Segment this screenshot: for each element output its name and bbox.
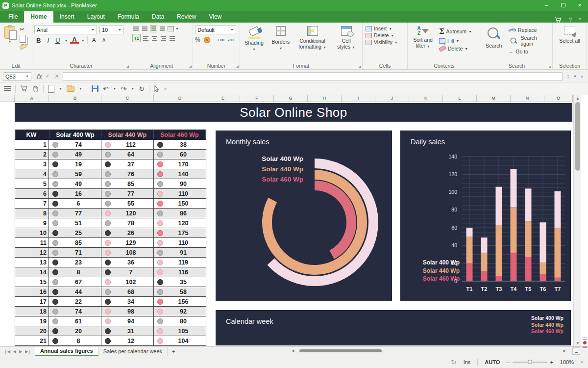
insert-cells-button[interactable]: Insert▼	[365, 25, 405, 32]
percent-format-button[interactable]: %	[195, 36, 200, 43]
open-document-caret[interactable]: ▼	[79, 87, 82, 90]
menu-tab-formula[interactable]: Formula	[111, 11, 146, 23]
s400-cell[interactable]: 44	[49, 287, 101, 296]
kw-cell[interactable]: 9	[15, 218, 49, 228]
zoom-knob[interactable]	[528, 360, 532, 364]
shop-cart-icon[interactable]	[554, 17, 562, 23]
table-row[interactable]: 95178120	[15, 218, 206, 228]
column-header-C[interactable]: C	[101, 95, 154, 102]
underline-button[interactable]: U	[53, 37, 62, 44]
number-dialog-launcher[interactable]	[236, 65, 239, 68]
kw-cell[interactable]: 11	[15, 238, 49, 247]
s460-cell[interactable]: 110	[154, 238, 206, 247]
s400-cell[interactable]: 74	[49, 140, 101, 149]
s460-cell[interactable]: 80	[154, 316, 206, 326]
s440-cell[interactable]: 112	[101, 140, 154, 149]
selection-mode-corner-button[interactable]	[572, 347, 580, 355]
kw-cell[interactable]: 20	[15, 326, 49, 336]
sync-icon[interactable]: ↻	[451, 359, 457, 366]
table-row[interactable]: 61677110	[15, 189, 206, 199]
column-header-H[interactable]: H	[308, 95, 342, 102]
kw-cell[interactable]: 7	[15, 199, 49, 208]
s400-cell[interactable]: 49	[49, 150, 101, 159]
s400-cell[interactable]: 85	[49, 238, 101, 247]
fill-button[interactable]: Fill▼	[438, 37, 473, 44]
zoom-out-button[interactable]: –	[507, 359, 510, 365]
open-document-button[interactable]	[67, 86, 74, 92]
undo-button[interactable]: ↶	[103, 85, 109, 92]
shading-button[interactable]: Shading ▼	[242, 25, 266, 61]
s440-cell[interactable]: 7	[101, 267, 154, 277]
s440-cell[interactable]: 34	[101, 297, 154, 306]
autosum-button[interactable]: ΣAutosum▼	[438, 26, 473, 36]
s440-cell[interactable]: 31	[101, 326, 154, 336]
table-row[interactable]: 31937170	[15, 159, 206, 169]
font-color-caret[interactable]: ▼	[81, 39, 85, 42]
zoom-in-button[interactable]: +	[550, 359, 553, 365]
collapse-ribbon-icon[interactable]: ^	[579, 17, 581, 23]
s400-cell[interactable]: 19	[49, 159, 101, 169]
cell-styles-button[interactable]: Cell styles ▼	[332, 25, 360, 61]
menu-tab-layout[interactable]: Layout	[81, 11, 111, 23]
horizontal-scroll-thumb[interactable]	[299, 349, 382, 352]
sheet-tab-sales-per-calendar-week[interactable]: Sales per calendar week	[98, 347, 168, 356]
s440-cell[interactable]: 85	[101, 179, 154, 188]
s440-cell[interactable]: 64	[101, 150, 154, 159]
redo-button[interactable]: ↷	[121, 85, 127, 92]
cancel-entry-button[interactable]: ✕	[53, 73, 60, 79]
s400-cell[interactable]: 51	[49, 218, 101, 228]
s400-cell[interactable]: 20	[49, 326, 101, 336]
cut-icon[interactable]: ✂	[20, 26, 26, 33]
repeat-button[interactable]: ↻	[139, 85, 145, 92]
horizontal-scrollbar[interactable]: ◀ ▶	[290, 348, 567, 354]
zoom-slider[interactable]: – +	[507, 359, 553, 365]
justify-vertical-icon[interactable]	[159, 26, 166, 32]
copy-icon[interactable]	[20, 35, 26, 43]
s460-cell[interactable]: 35	[154, 277, 206, 287]
s460-cell[interactable]: 104	[154, 336, 206, 345]
s440-cell[interactable]: 129	[101, 238, 154, 247]
column-header-B[interactable]: B	[49, 95, 101, 102]
s440-cell[interactable]: 94	[101, 316, 154, 326]
shrink-font-button[interactable]: A	[100, 38, 108, 43]
close-button[interactable]: ×	[571, 2, 588, 9]
table-row[interactable]: 1185129110	[15, 238, 206, 248]
table-row[interactable]: 16446858	[15, 287, 206, 297]
column-header-E[interactable]: E	[206, 95, 240, 102]
minimize-button[interactable]: –	[538, 2, 555, 9]
alignment-dialog-launcher[interactable]	[189, 65, 192, 68]
s440-cell[interactable]: 102	[101, 277, 154, 287]
vertical-scrollbar[interactable]: ▲ ▼	[573, 95, 581, 346]
record-indicator-icon[interactable]	[583, 341, 587, 344]
s400-cell[interactable]: 49	[49, 179, 101, 188]
column-header-A[interactable]: A	[15, 95, 49, 102]
kw-cell[interactable]: 14	[15, 267, 49, 277]
visibility-button[interactable]: Visibility▼	[365, 39, 405, 46]
s460-cell[interactable]: 91	[154, 248, 206, 257]
cell-reference-box[interactable]: Q53▼	[3, 72, 31, 81]
vertical-scroll-thumb[interactable]	[575, 102, 580, 171]
redo-caret[interactable]: ▼	[131, 87, 134, 90]
search-button[interactable]: Search	[483, 25, 504, 61]
borders-button[interactable]: Borders ▼	[269, 25, 293, 61]
table-row[interactable]: 18749892	[15, 307, 206, 316]
select-all-button[interactable]: Select all	[555, 25, 585, 45]
font-color-button[interactable]: A	[70, 37, 78, 44]
column-header-N[interactable]: N	[511, 95, 544, 102]
table-row[interactable]: 19619480	[15, 316, 206, 326]
kw-cell[interactable]: 17	[15, 297, 49, 306]
s460-cell[interactable]: 170	[154, 159, 206, 169]
previous-sheet-button[interactable]: ◀	[13, 349, 16, 354]
column-header-O[interactable]: O	[544, 95, 573, 102]
kw-cell[interactable]: 2	[15, 150, 49, 159]
split-handle-icon[interactable]	[583, 346, 587, 348]
undo-caret[interactable]: ▼	[113, 87, 117, 90]
font-name-select[interactable]: Arial▼	[34, 25, 97, 34]
s400-cell[interactable]: 59	[49, 169, 101, 179]
s460-cell[interactable]: 92	[154, 307, 206, 316]
table-row[interactable]: 21812104	[15, 336, 206, 346]
pan-hand-icon[interactable]	[32, 85, 39, 92]
toolbar-overflow-icon[interactable]: »	[164, 86, 167, 91]
search-again-button[interactable]: Search again	[507, 34, 550, 47]
menu-tab-home[interactable]: Home	[24, 11, 53, 23]
